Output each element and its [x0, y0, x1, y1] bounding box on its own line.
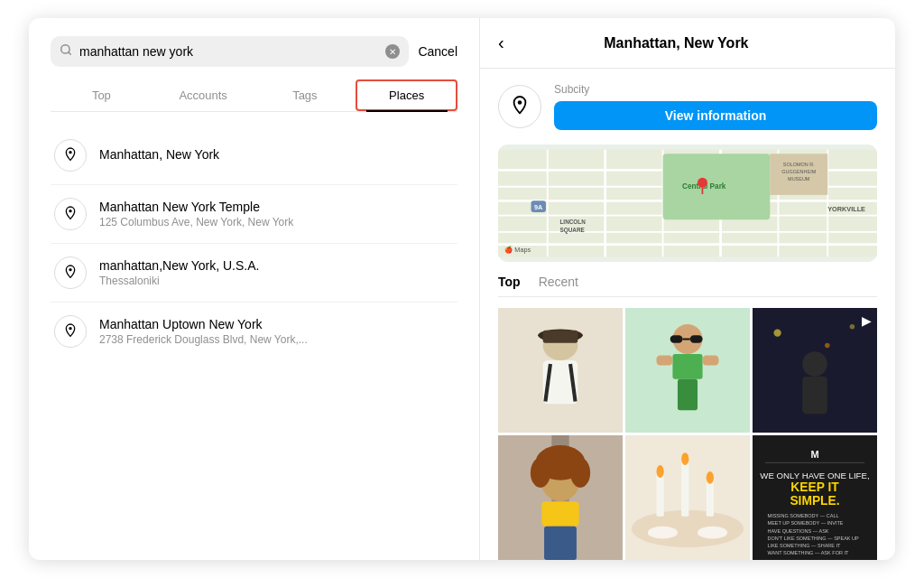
back-button[interactable]: ‹: [498, 33, 504, 53]
svg-text:HAVE QUESTIONS — ASK: HAVE QUESTIONS — ASK: [768, 528, 829, 534]
app-container: ✕ Cancel Top Accounts Tags Places: [29, 18, 895, 560]
svg-text:YORKVILLE: YORKVILLE: [827, 205, 865, 213]
tab-places[interactable]: Places: [356, 79, 457, 111]
clear-search-button[interactable]: ✕: [385, 44, 400, 59]
svg-rect-44: [690, 335, 703, 342]
svg-point-52: [850, 324, 855, 330]
svg-point-69: [657, 465, 664, 478]
photo-item[interactable]: ▶: [753, 308, 877, 433]
location-icon: [54, 315, 87, 348]
svg-point-5: [69, 327, 71, 330]
search-icon: [60, 43, 72, 60]
subcity-location-icon: [498, 85, 541, 128]
svg-text:LINCOLN: LINCOLN: [559, 219, 586, 225]
photo-item[interactable]: [498, 308, 623, 433]
svg-rect-55: [802, 377, 827, 414]
result-title: Manhattan New York Temple: [99, 200, 454, 214]
location-icon: [54, 139, 87, 172]
search-input-wrapper: ✕: [51, 36, 409, 67]
svg-point-4: [69, 268, 71, 271]
result-subtitle: Thessaloniki: [99, 275, 454, 287]
tab-top-content[interactable]: Top: [498, 275, 521, 289]
svg-rect-72: [707, 479, 714, 516]
search-input[interactable]: [79, 44, 378, 59]
map-container[interactable]: Central Park SOLOMON R. GUGGENHEIM MUSEU…: [498, 144, 877, 262]
result-text: Manhattan, New York: [99, 147, 454, 163]
location-icon: [54, 256, 87, 289]
svg-point-6: [518, 100, 522, 105]
view-information-button[interactable]: View information: [554, 101, 877, 130]
result-text: manhattan,New York, U.S.A. Thessaloniki: [99, 258, 454, 287]
content-tabs: Top Recent: [498, 275, 877, 297]
svg-text:SQUARE: SQUARE: [559, 227, 584, 234]
svg-text:KEEP IT: KEEP IT: [790, 480, 839, 494]
svg-text:M: M: [810, 449, 818, 460]
svg-text:MEET UP SOMEBODY — INVITE: MEET UP SOMEBODY — INVITE: [768, 520, 844, 526]
cancel-button[interactable]: Cancel: [418, 44, 457, 59]
subcity-info: Subcity View information: [554, 83, 877, 130]
svg-point-62: [531, 458, 550, 488]
svg-rect-64: [541, 501, 578, 527]
svg-rect-48: [657, 355, 673, 365]
svg-point-31: [698, 178, 707, 188]
svg-text:WE ONLY HAVE ONE LIFE,: WE ONLY HAVE ONE LIFE,: [760, 471, 869, 480]
svg-text:WANT SOMETHING — ASK FOR IT: WANT SOMETHING — ASK FOR IT: [768, 550, 849, 555]
photo-item[interactable]: [498, 435, 623, 560]
search-panel: ✕ Cancel Top Accounts Tags Places: [29, 18, 480, 560]
tab-tags[interactable]: Tags: [254, 79, 356, 111]
svg-rect-47: [678, 379, 698, 411]
result-title: Manhattan, New York: [99, 147, 454, 162]
result-text: Manhattan Uptown New York 2738 Frederick…: [99, 317, 454, 346]
photo-item[interactable]: M WE ONLY HAVE ONE LIFE, KEEP IT SIMPLE.…: [753, 435, 877, 560]
svg-rect-68: [657, 472, 664, 516]
result-title: manhattan,New York, U.S.A.: [99, 258, 454, 273]
svg-rect-37: [543, 331, 578, 343]
result-title: Manhattan Uptown New York: [99, 317, 454, 331]
list-item[interactable]: Manhattan, New York: [51, 126, 457, 185]
list-item[interactable]: Manhattan Uptown New York 2738 Frederick…: [51, 303, 457, 360]
photo-item[interactable]: [625, 435, 750, 560]
result-text: Manhattan New York Temple 125 Columbus A…: [99, 200, 454, 228]
list-item[interactable]: manhattan,New York, U.S.A. Thessaloniki: [51, 244, 457, 303]
tab-top[interactable]: Top: [51, 79, 152, 111]
photo-item[interactable]: [625, 308, 750, 433]
svg-text:DON'T LIKE SOMETHING — SPEAK U: DON'T LIKE SOMETHING — SPEAK UP: [768, 536, 859, 541]
results-list: Manhattan, New York Manhattan New York T…: [51, 126, 457, 360]
svg-rect-46: [672, 354, 702, 379]
result-subtitle: 2738 Frederick Douglass Blvd, New York,.…: [99, 333, 454, 346]
svg-point-54: [802, 351, 827, 377]
list-item[interactable]: Manhattan New York Temple 125 Columbus A…: [51, 185, 457, 244]
detail-title: Manhattan, New York: [519, 35, 834, 51]
detail-header: ‹ Manhattan, New York: [480, 18, 895, 69]
svg-text:🍎 Maps: 🍎 Maps: [504, 246, 531, 254]
svg-rect-65: [544, 527, 577, 560]
subcity-section: Subcity View information: [498, 83, 877, 130]
svg-point-63: [570, 458, 590, 488]
svg-point-74: [648, 527, 678, 539]
location-icon: [54, 198, 87, 230]
detail-content: Subcity View information: [480, 69, 895, 560]
svg-text:GUGGENHEIM: GUGGENHEIM: [781, 169, 816, 174]
svg-rect-43: [670, 335, 683, 342]
svg-point-3: [69, 210, 71, 212]
svg-text:SOLOMON R.: SOLOMON R.: [783, 162, 815, 167]
detail-panel: ‹ Manhattan, New York Subcity View infor…: [480, 18, 895, 560]
result-subtitle: 125 Columbus Ave, New York, New York: [99, 216, 454, 228]
search-bar: ✕ Cancel: [51, 36, 457, 67]
tab-accounts[interactable]: Accounts: [152, 79, 254, 111]
svg-line-1: [69, 52, 71, 55]
svg-point-73: [707, 471, 714, 484]
svg-point-51: [773, 329, 781, 336]
svg-point-71: [681, 452, 688, 465]
svg-rect-70: [681, 461, 688, 517]
svg-point-75: [698, 527, 727, 539]
svg-text:MISSING SOMEBODY — CALL: MISSING SOMEBODY — CALL: [768, 513, 839, 518]
svg-text:MUSEUM: MUSEUM: [788, 176, 810, 182]
svg-rect-49: [703, 355, 719, 365]
photo-grid: ▶: [498, 308, 877, 560]
tab-recent-content[interactable]: Recent: [539, 275, 578, 289]
svg-text:SIMPLE.: SIMPLE.: [790, 494, 839, 508]
search-tabs: Top Accounts Tags Places: [51, 79, 457, 112]
svg-point-2: [69, 151, 71, 154]
video-play-icon: ▶: [862, 313, 872, 328]
